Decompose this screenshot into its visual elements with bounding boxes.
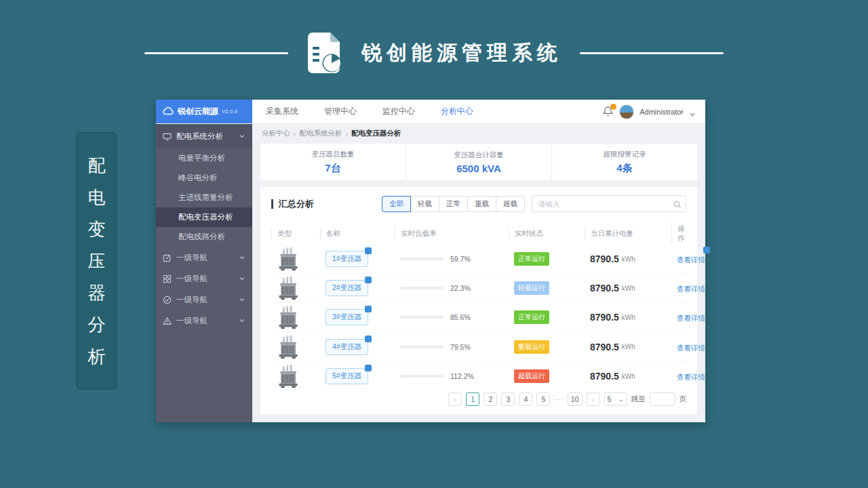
load-percentage: 79.5% (450, 343, 471, 351)
transformer-image (271, 335, 320, 359)
page-size-select[interactable]: 5 (604, 392, 627, 406)
filter-button[interactable]: 全部 (382, 196, 411, 212)
sidebar-sub-item[interactable]: 配电变压器分析 (156, 207, 252, 227)
avatar[interactable] (619, 104, 634, 119)
sidebar-sub-item[interactable]: 电量平衡分析 (156, 148, 252, 168)
banner-char: 压 (88, 252, 106, 270)
top-nav-item[interactable]: 监控中心 (382, 106, 415, 117)
table-row: 4#变压器79.5%重载运行8790.5kWh查看详情 (271, 333, 686, 362)
sidebar-parent-label: 配电系统分析 (176, 131, 234, 142)
name-corner-badge-icon (365, 306, 372, 312)
breadcrumb-item[interactable]: 配电系统分析 (300, 129, 342, 138)
filter-button[interactable]: 重载 (467, 196, 496, 212)
transformer-name-button[interactable]: 5#变压器 (326, 368, 368, 384)
stat-value: 7台 (325, 162, 340, 175)
energy-unit: kWh (622, 285, 635, 292)
check-circle-icon (163, 296, 172, 304)
table-header-cell: 名称 (320, 228, 395, 240)
sidebar-level1-item[interactable]: 一级导航 (156, 289, 252, 310)
cloud-icon (163, 106, 174, 118)
load-progress-bar (400, 316, 443, 319)
banner-char: 电 (88, 188, 106, 206)
energy-unit: kWh (622, 343, 635, 350)
table-header-row: 类型名称实时负载率实时状态当日累计电量操作 (271, 223, 686, 245)
report-document-icon (306, 32, 344, 74)
warning-triangle-icon (163, 317, 172, 325)
pagination-page-button[interactable]: 3 (501, 392, 515, 406)
transformer-name-button[interactable]: 1#变压器 (326, 251, 368, 267)
table-row: 1#变压器59.7%正常运行8790.5kWh查看详情 (271, 245, 686, 274)
pagination-ellipsis[interactable]: ··· (554, 395, 564, 403)
table-row: 5#变压器112.2%超载运行8790.5kWh查看详情 (271, 362, 686, 391)
transformer-name-button[interactable]: 4#变压器 (326, 339, 368, 355)
sidebar-sub-item[interactable]: 主进线需量分析 (156, 188, 252, 207)
table-header-cell: 类型 (271, 228, 320, 240)
pagination: ‹12345···10›5跳至页 (448, 392, 686, 406)
sidebar-sub-item[interactable]: 配电线路分析 (156, 227, 252, 247)
filter-button[interactable]: 超载 (496, 196, 525, 212)
sidebar-level1-item[interactable]: 一级导航 (156, 247, 252, 268)
search-icon (673, 199, 682, 207)
banner-char: 析 (88, 348, 106, 365)
filter-button[interactable]: 轻载 (410, 196, 439, 212)
pagination-prev-button[interactable]: ‹ (448, 392, 462, 406)
edit-icon (163, 253, 172, 262)
top-nav: 采集系统管理中心监控中心分析中心 (252, 100, 603, 123)
name-corner-badge-icon (365, 336, 372, 342)
sidebar-level1-item[interactable]: 一级导航 (156, 310, 252, 331)
user-area: Administrator (603, 100, 705, 123)
sidebar-parent-item[interactable]: 配电系统分析 (156, 124, 252, 148)
jump-page-input[interactable] (650, 392, 675, 406)
pagination-page-button[interactable]: 5 (536, 392, 550, 406)
view-details-link[interactable]: 查看详情 (677, 285, 705, 293)
notification-bell-icon[interactable] (603, 106, 614, 118)
decorative-line-right (580, 52, 724, 54)
app-topbar: 锐创云能源 V2.0.0 采集系统管理中心监控中心分析中心 Administra… (156, 100, 705, 124)
status-badge: 正常运行 (514, 310, 549, 324)
view-details-link[interactable]: 查看详情 (677, 256, 705, 264)
pagination-page-button[interactable]: 10 (568, 392, 583, 406)
transformer-name-button[interactable]: 3#变压器 (326, 309, 368, 325)
top-nav-item[interactable]: 管理中心 (324, 106, 357, 117)
breadcrumb: 分析中心›配电系统分析›配电变压器分析 (252, 124, 705, 142)
jump-label: 跳至 (631, 394, 646, 404)
view-details-link[interactable]: 查看详情 (677, 373, 705, 381)
table-header-cell: 操作 (671, 223, 686, 245)
chevron-down-icon (239, 133, 245, 140)
pagination-page-button[interactable]: 1 (466, 392, 479, 406)
energy-value: 8790.5 (590, 283, 619, 293)
search-input[interactable] (532, 195, 686, 212)
chevron-down-icon (239, 275, 245, 282)
pagination-page-button[interactable]: 4 (519, 392, 532, 406)
name-corner-badge-icon (365, 365, 372, 371)
pagination-next-button[interactable]: › (587, 392, 600, 406)
chevron-down-icon (239, 296, 245, 303)
username[interactable]: Administrator (639, 108, 684, 116)
table-body: 1#变压器59.7%正常运行8790.5kWh查看详情2#变压器22.3%轻载运… (271, 245, 686, 391)
breadcrumb-item: 配电变压器分析 (351, 129, 401, 138)
breadcrumb-item[interactable]: 分析中心 (262, 129, 290, 138)
chevron-down-icon[interactable] (689, 108, 696, 115)
view-details-link[interactable]: 查看详情 (677, 344, 705, 352)
filter-button[interactable]: 正常 (439, 196, 468, 212)
stat-label: 变压器合计容量 (454, 150, 504, 160)
energy-unit: kWh (622, 373, 635, 380)
sidebar-level1-item[interactable]: 一级导航 (156, 268, 252, 289)
load-percentage: 112.2% (450, 372, 474, 380)
sidebar-sub-item[interactable]: 峰谷电分析 (156, 168, 252, 188)
load-progress-bar (400, 287, 443, 289)
banner-char: 变 (88, 220, 106, 238)
top-nav-item[interactable]: 采集系统 (266, 106, 298, 117)
load-percentage: 85.6% (450, 313, 471, 321)
pagination-page-button[interactable]: 2 (484, 392, 497, 406)
top-nav-item[interactable]: 分析中心 (441, 106, 473, 117)
transformer-name-button[interactable]: 2#变压器 (326, 280, 368, 296)
name-corner-badge-icon (365, 247, 372, 254)
sidebar: 配电系统分析电量平衡分析峰谷电分析主进线需量分析配电变压器分析配电线路分析一级导… (156, 124, 252, 422)
energy-value: 8790.5 (590, 371, 619, 382)
view-details-link[interactable]: 查看详情 (677, 314, 705, 322)
load-progress-bar (400, 258, 443, 260)
app-logo[interactable]: 锐创云能源 V2.0.0 (156, 100, 252, 123)
breadcrumb-separator: › (346, 129, 349, 138)
app-version: V2.0.0 (222, 108, 237, 115)
